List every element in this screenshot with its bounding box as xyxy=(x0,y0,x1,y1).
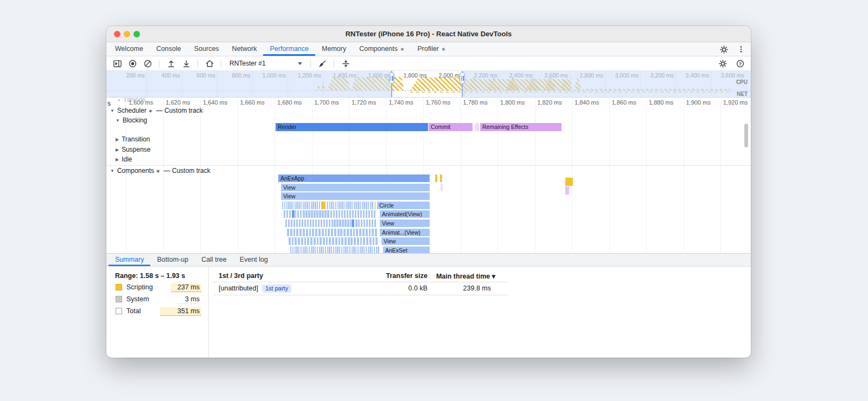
flame-sliver[interactable] xyxy=(362,202,363,209)
flame-sliver[interactable] xyxy=(346,202,347,209)
details-tab-bottom-up[interactable]: Bottom-up xyxy=(150,254,195,266)
flame-sliver[interactable] xyxy=(441,184,443,191)
flame-sliver[interactable] xyxy=(375,229,377,236)
flame-bar-remaining-effects[interactable]: Remaining Effects xyxy=(480,123,561,131)
track-header-components[interactable]: ▼Components∗ — Custom track xyxy=(110,167,210,174)
flame-sliver[interactable] xyxy=(286,210,288,218)
flame-sliver[interactable] xyxy=(372,229,374,236)
chevron-expanded-icon[interactable]: ▼ xyxy=(110,169,114,173)
flame-sliver[interactable] xyxy=(290,229,292,236)
flame-sliver[interactable] xyxy=(339,219,341,227)
flame-sliver[interactable] xyxy=(369,237,372,245)
flame-sliver[interactable] xyxy=(286,202,288,209)
timeline-overview[interactable]: 200 ms400 ms600 ms800 ms1,000 ms1,200 ms… xyxy=(106,71,751,98)
flame-sliver[interactable] xyxy=(372,219,373,227)
flame-sliver[interactable] xyxy=(290,202,291,209)
flame-sliver[interactable] xyxy=(292,237,294,245)
flame-sliver[interactable] xyxy=(296,247,297,253)
flame-sliver[interactable] xyxy=(295,237,297,245)
flame-sliver[interactable] xyxy=(295,210,296,218)
flame-sliver[interactable] xyxy=(344,219,346,227)
flame-bar-anexapp[interactable]: AnExApp xyxy=(278,174,430,182)
selection-handle-left[interactable] xyxy=(389,72,394,84)
flame-sliver[interactable] xyxy=(341,237,343,245)
flame-sliver[interactable] xyxy=(329,202,330,209)
flame-bar[interactable] xyxy=(475,123,479,131)
flame-sliver[interactable] xyxy=(307,219,309,227)
flame-sliver[interactable] xyxy=(369,229,371,236)
flame-sliver[interactable] xyxy=(347,247,348,253)
column-header-party[interactable]: 1st / 3rd party xyxy=(219,272,263,280)
flame-sliver[interactable] xyxy=(319,247,320,253)
flame-sliver[interactable] xyxy=(292,247,293,253)
flame-sliver[interactable] xyxy=(360,247,361,253)
chevron-collapsed-icon[interactable]: ▶ xyxy=(116,157,119,162)
tab-sources[interactable]: Sources xyxy=(188,42,226,56)
flame-sliver[interactable] xyxy=(353,247,354,253)
flame-sliver[interactable] xyxy=(301,237,303,245)
flame-sliver[interactable] xyxy=(339,210,340,218)
flame-sliver[interactable] xyxy=(347,219,349,227)
flame-sliver[interactable] xyxy=(333,202,334,209)
flame-sliver[interactable] xyxy=(296,202,297,209)
flame-sliver[interactable] xyxy=(333,247,334,253)
flame-sliver[interactable] xyxy=(324,210,326,218)
flame-sliver[interactable] xyxy=(326,237,328,245)
track-header-transition[interactable]: ▶Transition xyxy=(116,135,150,143)
record-button[interactable] xyxy=(126,57,139,69)
column-header-main-thread-time[interactable]: Main thread time ▾ xyxy=(430,272,495,280)
tab-components[interactable]: Components∗ xyxy=(353,42,411,56)
flame-sliver[interactable] xyxy=(325,247,326,253)
flame-sliver[interactable] xyxy=(347,202,348,209)
flame-sliver[interactable] xyxy=(293,219,295,227)
flame-mark[interactable] xyxy=(565,178,573,186)
flame-sliver[interactable] xyxy=(309,202,310,209)
flame-sliver[interactable] xyxy=(366,202,367,209)
flame-sliver[interactable] xyxy=(308,210,310,218)
flame-sliver[interactable] xyxy=(329,219,330,227)
flame-sliver[interactable] xyxy=(366,229,368,236)
flame-sliver[interactable] xyxy=(341,247,342,253)
flame-sliver[interactable] xyxy=(330,210,332,218)
flame-sliver[interactable] xyxy=(312,202,314,209)
flame-sliver[interactable] xyxy=(335,247,336,253)
tab-profiler[interactable]: Profiler∗ xyxy=(411,42,452,56)
flame-sliver[interactable] xyxy=(298,202,299,209)
tab-console[interactable]: Console xyxy=(150,42,188,56)
flame-sliver[interactable] xyxy=(376,247,377,253)
flame-sliver[interactable] xyxy=(322,210,323,218)
flame-sliver[interactable] xyxy=(323,247,324,253)
flame-sliver[interactable] xyxy=(331,247,332,253)
flame-sliver[interactable] xyxy=(303,202,304,209)
flame-sliver[interactable] xyxy=(355,210,356,218)
flame-sliver[interactable] xyxy=(336,210,337,218)
capture-settings-button[interactable] xyxy=(716,57,729,69)
more-options-button[interactable] xyxy=(735,43,748,55)
flame-sliver[interactable] xyxy=(314,210,315,218)
flame-sliver[interactable] xyxy=(325,229,327,236)
tab-performance[interactable]: Performance xyxy=(263,42,315,56)
flame-sliver[interactable] xyxy=(369,247,371,253)
flame-sliver[interactable] xyxy=(316,210,318,218)
flame-sliver[interactable] xyxy=(298,247,299,253)
flame-sliver[interactable] xyxy=(282,202,283,209)
flame-sliver[interactable] xyxy=(304,202,305,209)
flame-sliver[interactable] xyxy=(359,229,361,236)
flame-sliver[interactable] xyxy=(303,247,304,253)
flame-sliver[interactable] xyxy=(366,247,367,253)
flame-sliver[interactable] xyxy=(344,237,347,245)
flame-bar-commit[interactable]: Commit xyxy=(429,123,473,131)
flame-sliver[interactable] xyxy=(345,247,346,253)
chevron-collapsed-icon[interactable]: ▶ xyxy=(116,147,119,152)
flame-sliver[interactable] xyxy=(284,210,285,218)
flame-sliver[interactable] xyxy=(374,210,375,218)
chevron-collapsed-icon[interactable]: ▸ xyxy=(118,98,120,102)
flame-sliver[interactable] xyxy=(335,202,336,209)
flame-sliver[interactable] xyxy=(318,219,320,227)
collect-garbage-button[interactable] xyxy=(316,57,329,69)
flame-sliver[interactable] xyxy=(337,247,338,253)
flame-sliver[interactable] xyxy=(355,202,356,209)
clear-button[interactable] xyxy=(141,57,154,69)
flame-sliver[interactable] xyxy=(296,219,298,227)
flame-sliver[interactable] xyxy=(352,202,353,209)
